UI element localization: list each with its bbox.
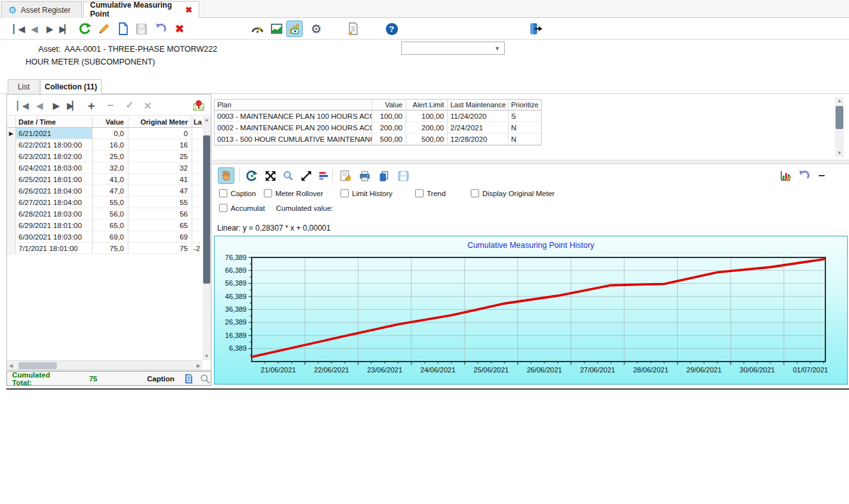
cell	[7, 139, 16, 150]
chart-zoom-icon[interactable]	[280, 167, 296, 184]
nav-last-button[interactable]: ▶▏	[56, 20, 73, 37]
table-row[interactable]: 6/22/2021 18:00:0016,016	[7, 139, 203, 151]
cell	[192, 139, 203, 150]
edit-pencil-icon[interactable]	[96, 20, 112, 37]
cell: 0	[128, 128, 192, 139]
save-icon[interactable]	[133, 20, 149, 37]
diagonal-resize-icon[interactable]	[298, 167, 314, 184]
caption-search-icon[interactable]	[199, 373, 211, 385]
table-row[interactable]: 7/1/2021 18:01:0075,075-2	[7, 243, 203, 254]
table-row[interactable]: 6/23/2021 18:02:0025,025	[7, 151, 203, 162]
exit-icon[interactable]	[528, 20, 544, 37]
settings-gear-icon[interactable]: ⚙	[308, 20, 325, 37]
tab-asset-register[interactable]: ⚙ Asset Register	[1, 1, 82, 18]
cell: 32	[128, 162, 192, 173]
nav-first-button[interactable]: ▏◀	[10, 20, 27, 37]
close-tab-icon[interactable]: ✖	[185, 5, 192, 15]
asset-subcomponent: HOUR METER (SUBCOMPONENT)	[26, 57, 155, 66]
delete-icon[interactable]: ✖	[171, 20, 188, 37]
chart-edit-icon[interactable]	[777, 167, 794, 184]
plan-row[interactable]: 0003 - MAINTENANCE PLAN 100 HOURS ACCUM1…	[215, 111, 541, 122]
checkbox-display-original-meter[interactable]: Display Original Meter	[471, 189, 555, 197]
grid-nav-first-button[interactable]: ▏◀	[15, 98, 30, 113]
cell: 6/24/2021 18:03:00	[16, 162, 93, 173]
cell	[7, 220, 16, 231]
col-value[interactable]: Value	[93, 116, 128, 127]
checkbox-caption[interactable]: Caption	[219, 189, 256, 197]
table-row[interactable]: 6/24/2021 18:03:0032,032	[7, 162, 203, 174]
checkbox-trend[interactable]: Trend	[415, 189, 446, 197]
chart-undo-icon[interactable]	[795, 167, 812, 184]
map-pin-icon[interactable]	[191, 98, 206, 113]
cell	[192, 231, 203, 242]
cell: 0013 - 500 HOUR CUMULATIVE MAINTENANCE I	[215, 134, 372, 144]
table-row[interactable]: 6/26/2021 18:04:0047,047	[7, 185, 203, 197]
cell: ▶	[7, 128, 16, 139]
svg-text:21/06/2021: 21/06/2021	[261, 366, 296, 374]
table-row[interactable]: 6/30/2021 18:03:0069,069	[7, 231, 203, 243]
svg-text:24/06/2021: 24/06/2021	[420, 366, 455, 374]
col-la[interactable]: La	[192, 116, 203, 127]
cancel-icon[interactable]: ✕	[140, 98, 155, 113]
pan-hand-icon[interactable]	[218, 167, 234, 184]
svg-text:46,389: 46,389	[225, 293, 247, 300]
grid-toolbar: ▏◀ ◀ ▶ ▶▏ + − ✓ ✕	[7, 95, 211, 116]
cell	[192, 185, 203, 196]
sort-series-icon[interactable]	[316, 167, 332, 184]
save-chart-icon[interactable]	[395, 167, 411, 184]
help-icon[interactable]: ?	[383, 20, 400, 37]
grid-nav-last-button[interactable]: ▶▏	[65, 98, 80, 113]
svg-text:28/06/2021: 28/06/2021	[633, 366, 668, 374]
cell: 25	[128, 151, 192, 162]
col-original-meter[interactable]: Original Meter	[128, 116, 192, 127]
nav-next-button[interactable]: ▶	[41, 20, 57, 37]
svg-text:29/06/2021: 29/06/2021	[687, 366, 722, 374]
grid-nav-prev-button[interactable]: ◀	[31, 98, 47, 113]
report-icon[interactable]	[345, 20, 362, 37]
plan-row[interactable]: 0002 - MAINTENANCE PLAN 200 HOURS ACCUM2…	[215, 122, 541, 134]
horizontal-splitter[interactable]	[212, 160, 849, 164]
cell	[7, 162, 16, 173]
col-date-time[interactable]: Date / Time	[16, 116, 93, 127]
checkbox-accumulate[interactable]: Accumulat	[219, 204, 265, 212]
checkbox-limit-history[interactable]: Limit History	[340, 189, 392, 197]
chart-panel: Cumulative Measuring Point History 6,389…	[214, 236, 848, 385]
search-combobox[interactable]: ▼	[401, 42, 505, 55]
new-record-icon[interactable]	[115, 20, 132, 37]
undo-icon[interactable]	[152, 20, 169, 37]
chart-toolbar: −	[212, 166, 849, 187]
checkbox-meter-rollover[interactable]: Meter Rollover	[264, 189, 323, 197]
table-row[interactable]: 6/28/2021 18:03:0056,056	[7, 208, 203, 220]
nav-prev-button[interactable]: ◀	[26, 20, 42, 37]
measuring-point-chart-icon[interactable]	[286, 20, 303, 37]
tab-list[interactable]: List	[8, 79, 40, 94]
cell: 100,00	[406, 111, 448, 121]
remove-row-button[interactable]: −	[103, 98, 118, 113]
grid-horizontal-scrollbar[interactable]: ◀ ▶	[7, 360, 203, 370]
chart-refresh-icon[interactable]	[243, 167, 259, 184]
table-row[interactable]: 6/29/2021 18:01:0065,065	[7, 220, 203, 231]
cell: 47,0	[93, 185, 128, 196]
tab-cumulative-measuring-point[interactable]: Cumulative Measuring Point ✖	[83, 1, 199, 18]
collapse-chart-icon[interactable]: −	[813, 167, 830, 184]
confirm-icon[interactable]: ✓	[122, 98, 137, 113]
tab-collection[interactable]: Collection (11)	[40, 79, 102, 94]
area-chart-icon[interactable]	[268, 20, 285, 37]
plan-row[interactable]: 0013 - 500 HOUR CUMULATIVE MAINTENANCE I…	[215, 134, 541, 145]
caption-doc-icon[interactable]	[183, 373, 194, 385]
grid-vertical-scrollbar[interactable]: ▲ ▼	[203, 116, 211, 360]
table-row[interactable]: 6/25/2021 18:01:0041,041	[7, 174, 203, 185]
table-row[interactable]: 6/27/2021 18:04:0055,055	[7, 197, 203, 208]
chart-design-icon[interactable]	[337, 167, 354, 184]
gauge-icon[interactable]	[249, 20, 266, 37]
copy-chart-icon[interactable]	[376, 167, 392, 184]
grid-nav-next-button[interactable]: ▶	[48, 98, 63, 113]
cell: 16	[128, 139, 192, 150]
add-row-button[interactable]: +	[84, 98, 99, 113]
zoom-extents-icon[interactable]	[262, 167, 279, 184]
table-row[interactable]: ▶6/21/20210,00	[7, 128, 203, 139]
plan-vertical-scrollbar[interactable]: ▲ ▼	[835, 97, 844, 157]
refresh-icon[interactable]	[77, 20, 93, 37]
print-chart-icon[interactable]	[356, 167, 373, 184]
cell: 69,0	[93, 231, 128, 242]
